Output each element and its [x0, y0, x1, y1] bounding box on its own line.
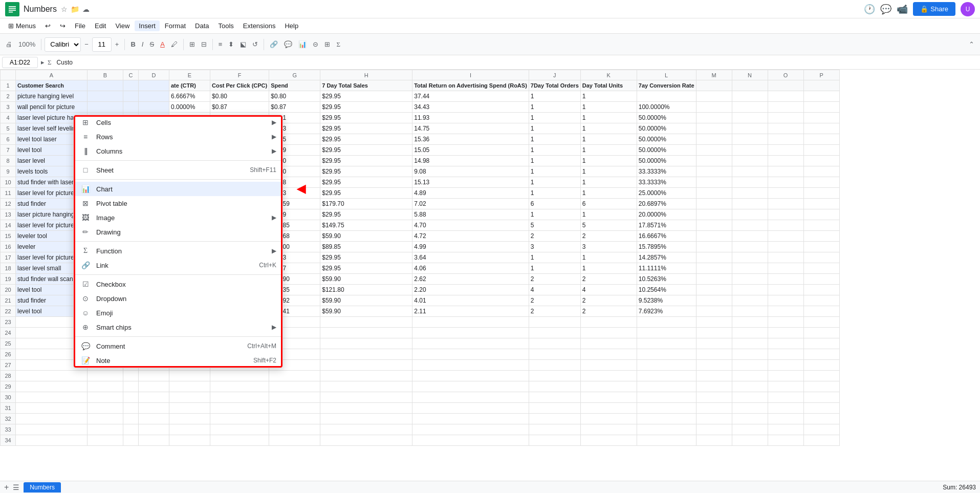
- cell-b3[interactable]: [88, 102, 123, 113]
- cell-j32[interactable]: [529, 414, 580, 424]
- cell-l20[interactable]: 10.2564%: [637, 285, 696, 295]
- insert-image[interactable]: 🖼 Image ▶: [74, 210, 282, 225]
- font-minus[interactable]: −: [82, 38, 91, 50]
- cell-i14[interactable]: 4.70: [412, 220, 529, 231]
- col-header-l[interactable]: L: [637, 70, 696, 80]
- cell-i26[interactable]: [412, 349, 529, 360]
- cell-j20[interactable]: 4: [529, 285, 580, 295]
- cell-e31[interactable]: [169, 403, 210, 414]
- cell-o6[interactable]: [768, 134, 803, 145]
- cell-m8[interactable]: [696, 156, 732, 166]
- cell-l23[interactable]: [637, 317, 696, 328]
- cell-i16[interactable]: 4.99: [412, 242, 529, 252]
- cell-o7[interactable]: [768, 145, 803, 156]
- cell-h12[interactable]: $179.70: [320, 199, 412, 209]
- cell-e2[interactable]: 6.6667%: [169, 91, 210, 102]
- sheet-tab-numbers[interactable]: Numbers: [24, 482, 61, 492]
- cell-p17[interactable]: [803, 252, 839, 263]
- cell-j28[interactable]: [529, 371, 580, 381]
- cell-o12[interactable]: [768, 199, 803, 209]
- cell-l30[interactable]: [637, 392, 696, 403]
- col-header-j[interactable]: J: [529, 70, 580, 80]
- cell-o28[interactable]: [768, 371, 803, 381]
- cell-h19[interactable]: $59.90: [320, 274, 412, 285]
- cell-k17[interactable]: 1: [580, 252, 637, 263]
- cell-a28[interactable]: [16, 371, 88, 381]
- cell-d29[interactable]: [139, 381, 169, 392]
- cell-h29[interactable]: [320, 381, 412, 392]
- cell-g28[interactable]: [269, 371, 320, 381]
- cell-k32[interactable]: [580, 414, 637, 424]
- cell-m23[interactable]: [696, 317, 732, 328]
- cell-l4[interactable]: 50.0000%: [637, 113, 696, 123]
- cell-k3[interactable]: 1: [580, 102, 637, 113]
- share-button[interactable]: 🔒 Share: [913, 2, 955, 16]
- cell-k6[interactable]: 1: [580, 134, 637, 145]
- cell-k29[interactable]: [580, 381, 637, 392]
- cell-m22[interactable]: [696, 306, 732, 317]
- cell-l14[interactable]: 17.8571%: [637, 220, 696, 231]
- cell-k20[interactable]: 4: [580, 285, 637, 295]
- cell-e28[interactable]: [169, 371, 210, 381]
- cell-h9[interactable]: $29.95: [320, 166, 412, 177]
- cell-i30[interactable]: [412, 392, 529, 403]
- cell-n30[interactable]: [732, 392, 768, 403]
- text-color-button[interactable]: A: [158, 38, 167, 50]
- cell-c29[interactable]: [123, 381, 139, 392]
- cell-j15[interactable]: 2: [529, 231, 580, 242]
- cell-n14[interactable]: [732, 220, 768, 231]
- cell-n17[interactable]: [732, 252, 768, 263]
- cell-l19[interactable]: 10.5263%: [637, 274, 696, 285]
- expand-formula-icon[interactable]: ▸: [41, 58, 45, 66]
- cell-i33[interactable]: [412, 424, 529, 435]
- cell-l17[interactable]: 14.2857%: [637, 252, 696, 263]
- cell-a32[interactable]: [16, 414, 88, 424]
- cell-p30[interactable]: [803, 392, 839, 403]
- valign-button[interactable]: ⬍: [226, 38, 236, 50]
- cell-j1[interactable]: 7Day Total Orders: [529, 80, 580, 91]
- cell-o2[interactable]: [768, 91, 803, 102]
- cell-h2[interactable]: $29.95: [320, 91, 412, 102]
- cell-d30[interactable]: [139, 392, 169, 403]
- link-button[interactable]: 🔗: [267, 38, 280, 50]
- align-button[interactable]: ≡: [216, 38, 225, 50]
- undo-button[interactable]: ↩: [41, 20, 55, 31]
- cell-p16[interactable]: [803, 242, 839, 252]
- insert-dropdown[interactable]: ⊙ Dropdown: [74, 291, 282, 306]
- cell-j27[interactable]: [529, 360, 580, 371]
- cell-o10[interactable]: [768, 177, 803, 188]
- cell-m32[interactable]: [696, 414, 732, 424]
- cell-p11[interactable]: [803, 188, 839, 199]
- cell-a34[interactable]: [16, 435, 88, 446]
- cell-g2[interactable]: $0.80: [269, 91, 320, 102]
- col-header-e[interactable]: E: [169, 70, 210, 80]
- cell-m29[interactable]: [696, 381, 732, 392]
- cell-m6[interactable]: [696, 134, 732, 145]
- cell-l31[interactable]: [637, 403, 696, 414]
- cell-o14[interactable]: [768, 220, 803, 231]
- cell-l32[interactable]: [637, 414, 696, 424]
- cell-o31[interactable]: [768, 403, 803, 414]
- cell-m9[interactable]: [696, 166, 732, 177]
- cell-i13[interactable]: 5.88: [412, 209, 529, 220]
- col-header-o[interactable]: O: [768, 70, 803, 80]
- cell-h10[interactable]: $29.95: [320, 177, 412, 188]
- insert-chart[interactable]: 📊 Chart ◀: [74, 182, 282, 196]
- cell-b1[interactable]: [88, 80, 123, 91]
- cell-o18[interactable]: [768, 263, 803, 274]
- cell-i12[interactable]: 7.02: [412, 199, 529, 209]
- cell-i29[interactable]: [412, 381, 529, 392]
- cell-j23[interactable]: [529, 317, 580, 328]
- redo-button[interactable]: ↪: [56, 20, 70, 31]
- cell-o17[interactable]: [768, 252, 803, 263]
- cell-j6[interactable]: 1: [529, 134, 580, 145]
- cell-i34[interactable]: [412, 435, 529, 446]
- cell-e3[interactable]: 0.0000%: [169, 102, 210, 113]
- cell-j16[interactable]: 3: [529, 242, 580, 252]
- cell-b33[interactable]: [88, 424, 123, 435]
- insert-function[interactable]: Σ Function ▶: [74, 244, 282, 258]
- cell-c28[interactable]: [123, 371, 139, 381]
- cell-p12[interactable]: [803, 199, 839, 209]
- cell-j7[interactable]: 1: [529, 145, 580, 156]
- col-header-b[interactable]: B: [88, 70, 123, 80]
